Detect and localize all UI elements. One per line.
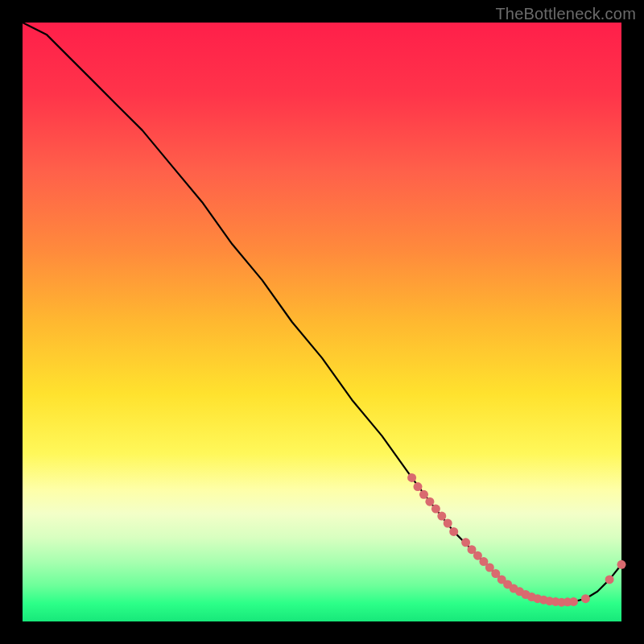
marker-point (461, 538, 470, 547)
plot-area (23, 23, 621, 621)
marker-point (449, 527, 458, 536)
marker-point (419, 490, 428, 499)
marker-point (581, 594, 590, 603)
chart-svg (23, 23, 621, 621)
marker-point (569, 597, 578, 606)
marker-point (444, 519, 452, 528)
watermark-text: TheBottleneck.com (495, 5, 636, 23)
marker-point (431, 505, 440, 514)
bottleneck-curve (23, 23, 621, 602)
marker-point (414, 482, 423, 491)
marker-point (617, 560, 626, 569)
marker-point (605, 575, 614, 584)
highlight-markers (407, 473, 625, 607)
marker-point (425, 497, 434, 506)
marker-point (437, 512, 446, 521)
marker-point (407, 473, 416, 482)
chart-frame: TheBottleneck.com (0, 0, 644, 644)
